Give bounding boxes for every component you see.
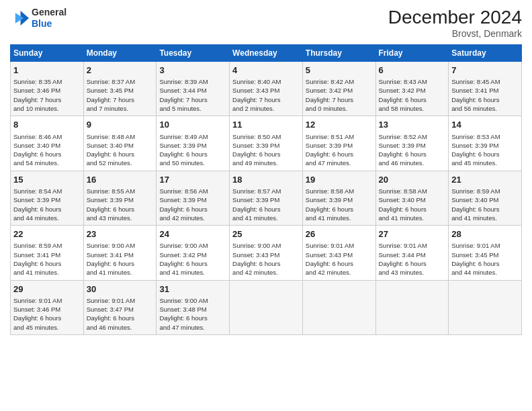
cell-line: Daylight: 6 hours	[451, 150, 519, 158]
cell-line: Daylight: 6 hours	[232, 259, 300, 268]
cell-week2-day2: 9Sunrise: 8:48 AMSunset: 3:40 PMDaylight…	[83, 116, 157, 171]
cell-line: Sunrise: 9:00 AM	[159, 241, 226, 250]
cell-line: Sunset: 3:40 PM	[13, 141, 81, 150]
cell-line: Sunset: 3:39 PM	[232, 195, 300, 204]
cell-line: Sunrise: 9:01 AM	[13, 296, 81, 305]
cell-line: Sunrise: 8:40 AM	[232, 77, 300, 86]
day-number: 3	[159, 64, 226, 77]
col-header-saturday: Saturday	[449, 45, 522, 62]
cell-line: Sunrise: 8:55 AM	[87, 187, 154, 195]
cell-line: and 45 minutes.	[451, 158, 519, 167]
cell-line: Sunset: 3:44 PM	[379, 250, 446, 259]
main-title: December 2024	[388, 7, 522, 28]
cell-line: Sunset: 3:41 PM	[87, 250, 154, 259]
cell-week3-day3: 17Sunrise: 8:56 AMSunset: 3:39 PMDayligh…	[157, 171, 230, 225]
cell-line: and 49 minutes.	[232, 158, 300, 167]
cell-line: Sunrise: 9:01 AM	[306, 241, 373, 250]
cell-line: and 45 minutes.	[13, 323, 81, 332]
cell-line: Sunset: 3:45 PM	[451, 250, 519, 259]
cell-line: Sunset: 3:40 PM	[379, 195, 446, 204]
cell-line: Sunrise: 8:43 AM	[379, 77, 446, 86]
cell-line: and 0 minutes.	[306, 104, 373, 113]
cell-line: and 41 minutes.	[232, 214, 300, 222]
cell-week5-day2: 30Sunrise: 9:01 AMSunset: 3:47 PMDayligh…	[83, 280, 157, 334]
day-number: 11	[232, 119, 300, 131]
cell-line: and 46 minutes.	[379, 158, 446, 167]
day-number: 9	[87, 119, 154, 131]
cell-line: and 7 minutes.	[87, 104, 154, 113]
day-number: 30	[87, 283, 154, 295]
cell-line: Sunset: 3:39 PM	[232, 141, 300, 150]
cell-line: and 42 minutes.	[306, 268, 373, 277]
cell-line: and 41 minutes.	[159, 268, 226, 277]
cell-line: and 44 minutes.	[451, 268, 519, 277]
cell-line: Sunset: 3:39 PM	[87, 195, 154, 204]
day-number: 24	[159, 228, 226, 240]
cell-line: Sunrise: 9:01 AM	[379, 241, 446, 250]
cell-line: Sunset: 3:42 PM	[159, 250, 226, 259]
cell-week3-day1: 15Sunrise: 8:54 AMSunset: 3:39 PMDayligh…	[11, 171, 84, 225]
cell-week3-day4: 18Sunrise: 8:57 AMSunset: 3:39 PMDayligh…	[230, 171, 303, 225]
cell-line: Sunrise: 8:53 AM	[451, 132, 519, 141]
cell-line: and 41 minutes.	[13, 268, 81, 277]
week-row-1: 1Sunrise: 8:35 AMSunset: 3:46 PMDaylight…	[11, 62, 522, 116]
day-number: 7	[451, 64, 519, 77]
day-number: 14	[451, 119, 519, 131]
cell-week5-day4	[230, 280, 303, 334]
page: General Blue December 2024 Brovst, Denma…	[0, 0, 532, 411]
cell-line: Sunrise: 9:01 AM	[87, 296, 154, 305]
day-number: 20	[379, 174, 446, 186]
cell-line: and 41 minutes.	[87, 268, 154, 277]
day-number: 27	[379, 228, 446, 240]
cell-week1-day4: 4Sunrise: 8:40 AMSunset: 3:43 PMDaylight…	[230, 62, 303, 116]
cell-line: Daylight: 6 hours	[13, 150, 81, 158]
cell-line: Sunrise: 8:59 AM	[13, 241, 81, 250]
cell-line: Sunrise: 8:56 AM	[159, 187, 226, 195]
cell-line: Sunset: 3:42 PM	[379, 86, 446, 95]
cell-line: Daylight: 6 hours	[13, 314, 81, 322]
cell-line: Sunset: 3:39 PM	[451, 141, 519, 150]
cell-line: Sunrise: 8:57 AM	[232, 187, 300, 195]
cell-line: and 50 minutes.	[159, 158, 226, 167]
cell-week4-day4: 25Sunrise: 9:00 AMSunset: 3:43 PMDayligh…	[230, 226, 303, 280]
cell-line: Daylight: 6 hours	[379, 150, 446, 158]
col-header-friday: Friday	[375, 45, 449, 62]
cell-week4-day2: 23Sunrise: 9:00 AMSunset: 3:41 PMDayligh…	[83, 226, 157, 280]
day-number: 2	[87, 64, 154, 77]
cell-line: Sunset: 3:41 PM	[13, 250, 81, 259]
cell-line: Sunset: 3:46 PM	[13, 86, 81, 95]
cell-line: Sunrise: 8:37 AM	[87, 77, 154, 86]
day-number: 10	[159, 119, 226, 131]
cell-line: Sunset: 3:42 PM	[306, 86, 373, 95]
cell-line: Daylight: 6 hours	[87, 150, 154, 158]
cell-line: and 41 minutes.	[451, 214, 519, 222]
cell-line: Sunrise: 8:54 AM	[13, 187, 81, 195]
cell-line: Sunrise: 8:39 AM	[159, 77, 226, 86]
cell-line: Sunrise: 8:52 AM	[379, 132, 446, 141]
cell-line: Daylight: 6 hours	[451, 259, 519, 268]
cell-week2-day1: 8Sunrise: 8:46 AMSunset: 3:40 PMDaylight…	[11, 116, 84, 171]
day-number: 21	[451, 174, 519, 186]
logo: General Blue	[10, 7, 66, 30]
cell-week1-day1: 1Sunrise: 8:35 AMSunset: 3:46 PMDaylight…	[11, 62, 84, 116]
col-header-monday: Monday	[83, 45, 157, 62]
cell-line: Daylight: 6 hours	[306, 259, 373, 268]
day-number: 18	[232, 174, 300, 186]
cell-line: Daylight: 6 hours	[87, 259, 154, 268]
cell-week2-day7: 14Sunrise: 8:53 AMSunset: 3:39 PMDayligh…	[449, 116, 522, 171]
cell-line: and 46 minutes.	[87, 323, 154, 332]
cell-line: Daylight: 6 hours	[379, 205, 446, 214]
day-number: 22	[13, 228, 81, 240]
day-number: 6	[379, 64, 446, 77]
cell-line: Daylight: 7 hours	[159, 95, 226, 104]
calendar-table: SundayMondayTuesdayWednesdayThursdayFrid…	[10, 44, 522, 335]
cell-week5-day7	[449, 280, 522, 334]
col-header-thursday: Thursday	[302, 45, 375, 62]
cell-line: Sunset: 3:46 PM	[13, 305, 81, 314]
cell-line: Sunrise: 8:49 AM	[159, 132, 226, 141]
cell-line: and 5 minutes.	[159, 104, 226, 113]
cell-week5-day1: 29Sunrise: 9:01 AMSunset: 3:46 PMDayligh…	[11, 280, 84, 334]
col-header-tuesday: Tuesday	[157, 45, 230, 62]
cell-line: and 10 minutes.	[13, 104, 81, 113]
cell-line: Daylight: 6 hours	[159, 205, 226, 214]
